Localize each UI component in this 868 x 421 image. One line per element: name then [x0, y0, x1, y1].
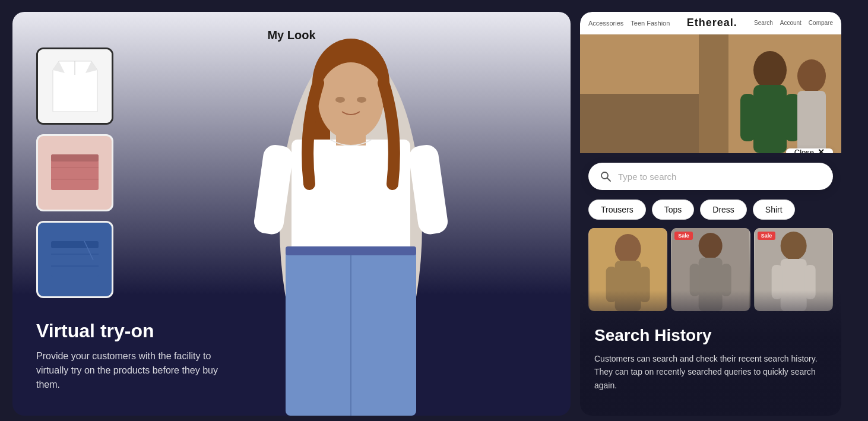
white-tshirt-icon [50, 58, 100, 115]
pill-dress[interactable]: Dress [700, 200, 747, 220]
svg-point-25 [357, 97, 366, 103]
thumbnails-column [36, 48, 113, 298]
blue-tshirt-icon [49, 236, 101, 283]
svg-point-27 [753, 51, 787, 89]
hero-svg [580, 34, 841, 153]
phone-nav: Accessories Teen Fashion Ethereal. Searc… [580, 12, 841, 34]
thumbnail-white-tshirt[interactable] [36, 48, 113, 125]
svg-rect-32 [797, 91, 826, 153]
main-container: My Look [12, 12, 856, 416]
nav-compare[interactable]: Compare [809, 20, 833, 26]
hero-image: Close ✕ [580, 34, 841, 153]
thumbnail-pink-tshirt[interactable] [36, 134, 113, 211]
left-panel-text: Virtual try-on Provide your customers wi… [36, 320, 547, 392]
close-label: Close [794, 148, 814, 154]
svg-rect-28 [753, 85, 787, 153]
sale-badge-1: Sale [674, 232, 693, 240]
nav-brand: Ethereal. [677, 17, 747, 29]
svg-rect-23 [336, 125, 366, 145]
svg-point-43 [699, 233, 723, 259]
svg-rect-5 [51, 154, 99, 162]
left-headline: Virtual try-on [36, 320, 547, 342]
svg-rect-29 [740, 94, 755, 141]
close-button[interactable]: Close ✕ [786, 148, 833, 153]
svg-rect-9 [51, 241, 99, 248]
right-description: Customers can search and check their rec… [594, 352, 827, 392]
right-headline: Search History [594, 326, 827, 345]
right-panel: Accessories Teen Fashion Ethereal. Searc… [580, 12, 841, 416]
category-pills: Trousers Tops Dress Shirt [580, 200, 841, 220]
svg-line-36 [607, 178, 610, 181]
left-panel: My Look [12, 12, 571, 416]
pill-shirt[interactable]: Shirt [753, 200, 795, 220]
close-icon: ✕ [818, 147, 825, 153]
nav-account[interactable]: Account [780, 20, 802, 26]
svg-point-35 [601, 172, 608, 179]
svg-rect-22 [286, 246, 416, 255]
svg-rect-34 [699, 34, 728, 153]
left-description: Provide your customers with the facility… [36, 349, 238, 392]
pill-tops[interactable]: Tops [652, 200, 695, 220]
svg-point-31 [797, 59, 826, 93]
sale-badge-2: Sale [758, 232, 776, 240]
svg-point-48 [780, 232, 806, 260]
phone-mockup: Accessories Teen Fashion Ethereal. Searc… [580, 12, 841, 416]
right-bottom-text: Search History Customers can search and … [580, 290, 841, 416]
pill-trousers[interactable]: Trousers [588, 200, 646, 220]
svg-rect-33 [580, 94, 699, 153]
search-placeholder: Type to search [618, 172, 822, 182]
svg-point-24 [335, 97, 345, 103]
pink-tshirt-icon [49, 150, 101, 196]
nav-search[interactable]: Search [754, 20, 773, 26]
search-icon [599, 170, 612, 183]
svg-point-38 [615, 234, 641, 264]
nav-teen-fashion[interactable]: Teen Fashion [631, 20, 670, 27]
nav-accessories[interactable]: Accessories [588, 20, 623, 27]
search-bar[interactable]: Type to search [588, 163, 833, 190]
thumbnail-blue-tshirt[interactable] [36, 221, 113, 298]
